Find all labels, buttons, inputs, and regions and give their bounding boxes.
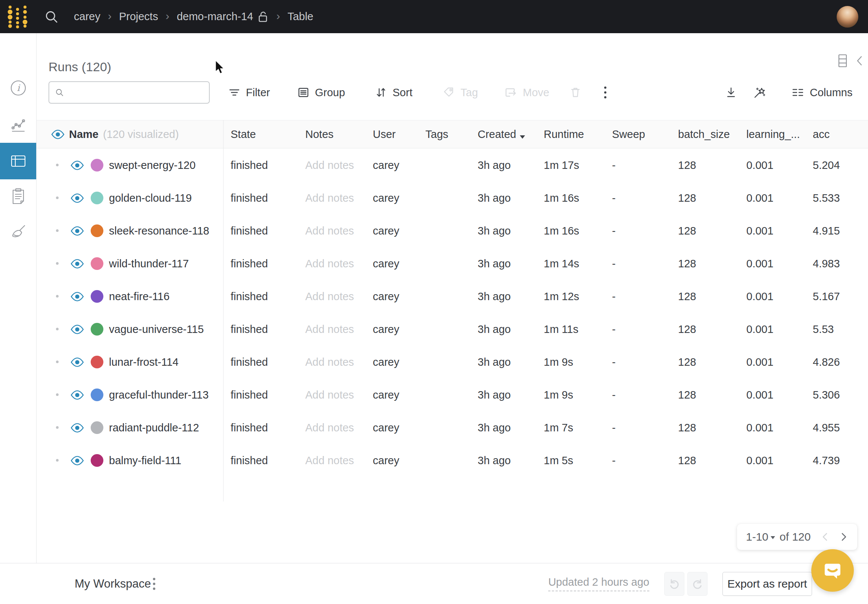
sweep-column-header[interactable]: Sweep [612, 128, 678, 141]
drag-handle[interactable] [56, 229, 59, 232]
drag-handle[interactable] [56, 328, 59, 331]
state-column-header[interactable]: State [223, 128, 305, 141]
visibility-eye-icon[interactable] [71, 259, 84, 269]
user-column-header[interactable]: User [373, 128, 425, 141]
run-name[interactable]: sleek-resonance-118 [109, 225, 209, 237]
visibility-eye-icon[interactable] [71, 160, 84, 170]
collapse-chevron-icon[interactable] [855, 54, 864, 67]
notes-cell[interactable]: Add notes [305, 389, 373, 401]
table-row[interactable]: graceful-thunder-113 finished Add notes … [36, 378, 868, 411]
run-name[interactable]: graceful-thunder-113 [109, 389, 209, 401]
undo-button[interactable] [664, 572, 684, 596]
created-column-header[interactable]: Created [477, 128, 544, 141]
sort-button[interactable]: Sort [375, 81, 412, 103]
notes-cell[interactable]: Add notes [305, 258, 373, 270]
user-cell: carey [373, 225, 425, 237]
move-button[interactable]: Move [505, 81, 549, 103]
sidebar-item-sweeps[interactable] [0, 216, 36, 247]
redo-button[interactable] [687, 572, 708, 596]
notes-column-header[interactable]: Notes [305, 128, 373, 141]
search-input[interactable] [64, 82, 209, 103]
magic-wand-button[interactable] [753, 81, 767, 103]
run-name[interactable]: neat-fire-116 [109, 290, 169, 303]
columns-button[interactable]: Columns [792, 81, 852, 103]
table-row[interactable]: wild-thunder-117 finished Add notes care… [36, 247, 868, 280]
drag-handle[interactable] [56, 164, 59, 166]
wandb-logo[interactable] [6, 5, 30, 29]
run-name[interactable]: balmy-field-111 [109, 454, 181, 467]
drag-handle[interactable] [56, 262, 59, 265]
batch-size-column-header[interactable]: batch_size [678, 128, 746, 141]
more-actions-button[interactable] [603, 81, 607, 103]
run-name[interactable]: radiant-puddle-112 [109, 422, 199, 434]
run-name[interactable]: swept-energy-120 [109, 159, 195, 171]
drag-handle[interactable] [56, 426, 59, 429]
next-page-button[interactable] [839, 532, 848, 542]
runtime-column-header[interactable]: Runtime [544, 128, 612, 141]
workspace-menu-button[interactable] [152, 577, 156, 590]
learning-rate-column-header[interactable]: learning_... [746, 128, 813, 141]
panel-layout-icon[interactable] [838, 54, 848, 68]
run-name[interactable]: vague-universe-115 [109, 323, 204, 335]
runs-search[interactable] [48, 81, 210, 103]
acc-column-header[interactable]: acc [813, 128, 868, 141]
run-name[interactable]: lunar-frost-114 [109, 356, 178, 368]
notes-cell[interactable]: Add notes [305, 225, 373, 237]
user-avatar[interactable] [837, 6, 858, 28]
table-row[interactable]: lunar-frost-114 finished Add notes carey… [36, 346, 868, 378]
drag-handle[interactable] [56, 196, 59, 199]
filter-button[interactable]: Filter [228, 81, 270, 103]
tags-column-header[interactable]: Tags [425, 128, 477, 141]
sidebar-item-notes[interactable] [0, 181, 36, 212]
table-row[interactable]: balmy-field-111 finished Add notes carey… [36, 444, 868, 477]
visibility-all-eye-icon[interactable] [51, 130, 65, 139]
run-name[interactable]: wild-thunder-117 [109, 258, 189, 270]
notes-cell[interactable]: Add notes [305, 454, 373, 467]
visibility-eye-icon[interactable] [71, 193, 84, 203]
sidebar-item-table[interactable] [0, 143, 36, 179]
drag-handle[interactable] [56, 459, 59, 462]
last-updated-label[interactable]: Updated 2 hours ago [548, 576, 649, 591]
notes-cell[interactable]: Add notes [305, 192, 373, 204]
sweep-cell: - [612, 323, 678, 335]
notes-cell[interactable]: Add notes [305, 159, 373, 171]
notes-cell[interactable]: Add notes [305, 356, 373, 368]
delete-button[interactable] [570, 81, 581, 103]
visibility-eye-icon[interactable] [71, 390, 84, 400]
table-row[interactable]: sleek-resonance-118 finished Add notes c… [36, 215, 868, 247]
visibility-eye-icon[interactable] [71, 324, 84, 334]
table-row[interactable]: swept-energy-120 finished Add notes care… [36, 149, 868, 182]
page-range-dropdown[interactable]: 1-10 [746, 531, 775, 543]
drag-handle[interactable] [56, 360, 59, 363]
prev-page-button[interactable] [821, 532, 829, 542]
drag-handle[interactable] [56, 295, 59, 298]
visibility-eye-icon[interactable] [71, 226, 84, 236]
breadcrumb-project[interactable]: demo-march-14 [177, 11, 269, 23]
notes-cell[interactable]: Add notes [305, 422, 373, 434]
table-row[interactable]: vague-universe-115 finished Add notes ca… [36, 313, 868, 346]
table-row[interactable]: radiant-puddle-112 finished Add notes ca… [36, 411, 868, 444]
visibility-eye-icon[interactable] [71, 456, 84, 466]
visibility-eye-icon[interactable] [71, 423, 84, 433]
name-column-header[interactable]: Name [69, 128, 99, 141]
tag-button[interactable]: Tag [443, 81, 478, 103]
chat-fab-button[interactable] [811, 549, 854, 592]
group-button[interactable]: Group [298, 81, 345, 103]
download-button[interactable] [725, 81, 738, 103]
export-report-button[interactable]: Export as report [722, 572, 812, 596]
sidebar-item-overview[interactable]: i [0, 72, 36, 103]
breadcrumb-page[interactable]: Table [287, 11, 313, 23]
workspace-selector[interactable]: My Workspace [74, 577, 151, 590]
drag-handle[interactable] [56, 393, 59, 396]
run-name[interactable]: golden-cloud-119 [109, 192, 192, 204]
table-row[interactable]: neat-fire-116 finished Add notes carey 3… [36, 280, 868, 313]
visibility-eye-icon[interactable] [71, 292, 84, 302]
topbar-search-icon[interactable] [44, 9, 59, 24]
breadcrumb-projects[interactable]: Projects [119, 11, 158, 23]
table-row[interactable]: golden-cloud-119 finished Add notes care… [36, 182, 868, 215]
notes-cell[interactable]: Add notes [305, 323, 373, 335]
breadcrumb-user[interactable]: carey [74, 11, 101, 23]
notes-cell[interactable]: Add notes [305, 290, 373, 303]
sidebar-item-charts[interactable] [0, 109, 36, 140]
visibility-eye-icon[interactable] [71, 357, 84, 367]
